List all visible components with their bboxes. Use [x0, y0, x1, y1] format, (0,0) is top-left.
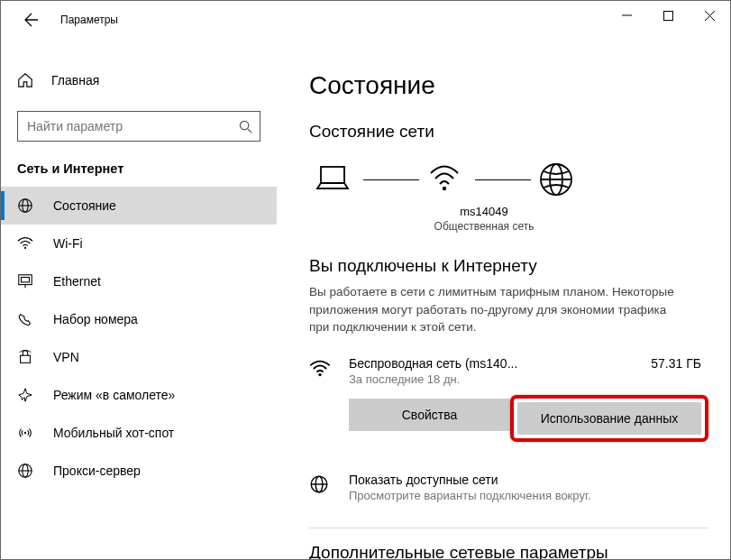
connection-name: Беспроводная сеть (ms140... — [349, 356, 651, 371]
svg-point-23 — [318, 373, 321, 376]
sidebar-item-label: Прокси-сервер — [53, 464, 141, 478]
home-link[interactable]: Главная — [1, 60, 277, 100]
maximize-button[interactable] — [647, 1, 689, 30]
minimize-button[interactable] — [606, 1, 647, 30]
show-networks-desc: Просмотрите варианты подключения вокруг. — [349, 489, 591, 502]
globe-icon — [17, 197, 37, 214]
connection-period: За последние 18 дн. — [349, 372, 651, 386]
network-label: ms14049 Общественная сеть — [421, 205, 547, 233]
globe-large-icon — [536, 160, 576, 199]
sidebar-item-proxy[interactable]: Прокси-сервер — [1, 452, 277, 490]
svg-rect-1 — [663, 11, 672, 20]
line-icon — [475, 179, 531, 180]
window-title: Параметры — [60, 14, 118, 26]
svg-point-4 — [240, 121, 248, 129]
sidebar-item-label: Мобильный хот-спот — [53, 426, 174, 440]
show-networks-link[interactable]: Показать доступные сети Просмотрите вари… — [309, 473, 708, 502]
search-input[interactable] — [27, 119, 239, 133]
wifi-icon — [309, 356, 336, 380]
vpn-icon — [17, 349, 37, 365]
main-content: Состояние Состояние сети ms14049 Обществ… — [277, 39, 730, 559]
search-input-container[interactable] — [17, 111, 260, 142]
svg-point-14 — [24, 432, 26, 434]
connected-title: Вы подключены к Интернету — [309, 256, 708, 276]
data-usage-button[interactable]: Использование данных — [517, 402, 701, 435]
status-heading: Состояние сети — [309, 122, 708, 142]
sidebar-item-label: Набор номера — [53, 312, 138, 326]
sidebar-item-hotspot[interactable]: Мобильный хот-спот — [1, 414, 277, 452]
wifi-router-icon — [425, 160, 464, 199]
line-icon — [363, 179, 419, 180]
connection-row: Беспроводная сеть (ms140... За последние… — [309, 356, 708, 386]
svg-rect-18 — [321, 167, 344, 183]
sidebar-section-title: Сеть и Интернет — [1, 142, 277, 187]
proxy-icon — [17, 463, 37, 479]
back-button[interactable] — [15, 4, 48, 36]
sidebar-item-ethernet[interactable]: Ethernet — [1, 262, 277, 300]
wifi-icon — [17, 235, 37, 252]
sidebar-item-label: Режим «в самолете» — [53, 388, 175, 402]
sidebar-item-label: Ethernet — [53, 274, 101, 289]
sidebar: Главная Сеть и Интернет Состояние Wi-Fi — [1, 39, 277, 559]
sidebar-item-wifi[interactable]: Wi-Fi — [1, 225, 277, 262]
page-title: Состояние — [309, 71, 708, 100]
sidebar-item-vpn[interactable]: VPN — [1, 338, 277, 376]
svg-point-9 — [24, 247, 26, 249]
sidebar-item-dialup[interactable]: Набор номера — [1, 300, 277, 338]
sidebar-item-label: Состояние — [53, 198, 116, 213]
svg-rect-10 — [19, 275, 32, 285]
close-button[interactable] — [689, 1, 730, 30]
properties-button[interactable]: Свойства — [349, 399, 510, 431]
ethernet-icon — [17, 273, 37, 289]
svg-rect-11 — [22, 278, 30, 282]
svg-point-19 — [443, 187, 446, 190]
dialup-icon — [17, 311, 37, 327]
home-icon — [17, 72, 37, 88]
sidebar-item-label: VPN — [53, 350, 79, 364]
network-diagram — [309, 160, 708, 199]
svg-rect-13 — [21, 355, 31, 363]
laptop-icon — [313, 160, 352, 199]
home-label: Главная — [51, 73, 99, 87]
connection-usage: 57.31 ГБ — [651, 356, 708, 371]
divider — [309, 528, 708, 528]
network-kind: Общественная сеть — [421, 220, 547, 233]
globe-icon — [309, 473, 336, 502]
airplane-icon — [17, 387, 37, 403]
highlight-ring: Использование данных — [510, 395, 708, 442]
sidebar-item-airplane[interactable]: Режим «в самолете» — [1, 376, 277, 414]
search-icon — [239, 120, 252, 133]
extra-params-title: Дополнительные сетевые параметры — [309, 543, 708, 559]
hotspot-icon — [17, 425, 37, 441]
sidebar-item-status[interactable]: Состояние — [1, 187, 277, 225]
show-networks-title: Показать доступные сети — [349, 473, 591, 487]
svg-line-5 — [248, 128, 251, 132]
connected-description: Вы работаете в сети с лимитным тарифным … — [309, 283, 688, 336]
ssid: ms14049 — [421, 205, 547, 218]
sidebar-item-label: Wi-Fi — [53, 236, 83, 251]
